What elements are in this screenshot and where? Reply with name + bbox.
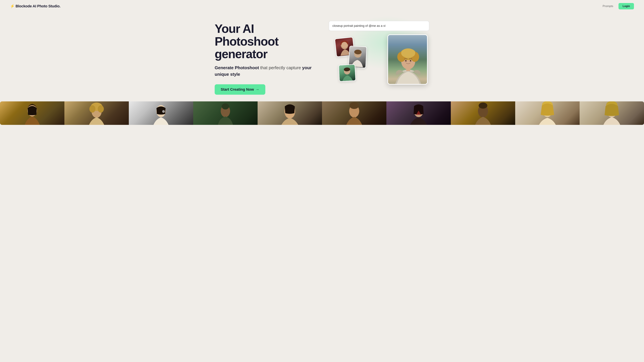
brand-name: Blockode AI Photo Studio. — [16, 4, 60, 8]
svg-point-23 — [162, 110, 165, 113]
hero-right — [329, 19, 429, 88]
gallery-person-3 — [129, 101, 193, 125]
cta-label: Start Creating Now — [221, 87, 254, 92]
hero-subtitle: Generate Photoshoot that perfectly captu… — [215, 64, 315, 78]
gallery-item-8 — [451, 101, 515, 125]
gallery-person-2 — [64, 101, 129, 125]
gallery-item-5 — [258, 101, 322, 125]
gallery-person-9 — [515, 101, 580, 125]
prompt-input[interactable] — [329, 21, 429, 31]
gallery-person-5 — [258, 101, 322, 125]
photo-cluster — [329, 34, 429, 88]
svg-point-25 — [222, 103, 229, 109]
gallery-person-6 — [322, 101, 386, 125]
bolt-icon: ⚡ — [10, 4, 14, 8]
logo[interactable]: ⚡ Blockode AI Photo Studio. — [10, 4, 60, 8]
hero-section: Your AI Photoshoot generator Generate Ph… — [204, 12, 440, 98]
svg-point-12 — [401, 48, 415, 58]
gallery-item-6 — [322, 101, 386, 125]
svg-point-21 — [98, 105, 104, 113]
navbar: ⚡ Blockode AI Photo Studio. Prompts Logi… — [0, 0, 644, 12]
svg-point-16 — [410, 60, 411, 61]
gallery-person-1 — [0, 101, 64, 125]
svg-point-15 — [405, 60, 406, 61]
gallery-item-10 — [580, 101, 644, 125]
svg-point-20 — [90, 105, 96, 113]
person-silhouette-3 — [339, 64, 355, 82]
gallery-item-1 — [0, 101, 64, 125]
gallery-strip — [0, 101, 644, 125]
gallery-person-4 — [193, 101, 258, 125]
demo-container — [329, 21, 429, 88]
gallery-item-7 — [386, 101, 451, 125]
cta-arrow-icon: → — [256, 87, 259, 92]
login-button[interactable]: Login — [618, 3, 634, 9]
gallery-item-3 — [129, 101, 193, 125]
gallery-person-10 — [580, 101, 644, 125]
photo-card-3 — [338, 64, 356, 82]
svg-point-32 — [479, 103, 487, 109]
svg-point-28 — [350, 102, 359, 109]
photo-card-large — [388, 34, 428, 85]
prompt-input-wrapper — [329, 21, 429, 31]
gallery-item-4 — [193, 101, 258, 125]
prompts-link[interactable]: Prompts — [602, 4, 613, 8]
hero-person-svg — [388, 35, 428, 85]
hero-left: Your AI Photoshoot generator Generate Ph… — [215, 19, 315, 95]
hero-title: Your AI Photoshoot generator — [215, 22, 315, 60]
gallery-person-7 — [386, 101, 451, 125]
gallery-person-8 — [451, 101, 515, 125]
gallery-item-9 — [515, 101, 580, 125]
gallery-item-2 — [64, 101, 129, 125]
nav-right: Prompts Login — [602, 3, 634, 9]
cta-button[interactable]: Start Creating Now → — [215, 84, 265, 95]
